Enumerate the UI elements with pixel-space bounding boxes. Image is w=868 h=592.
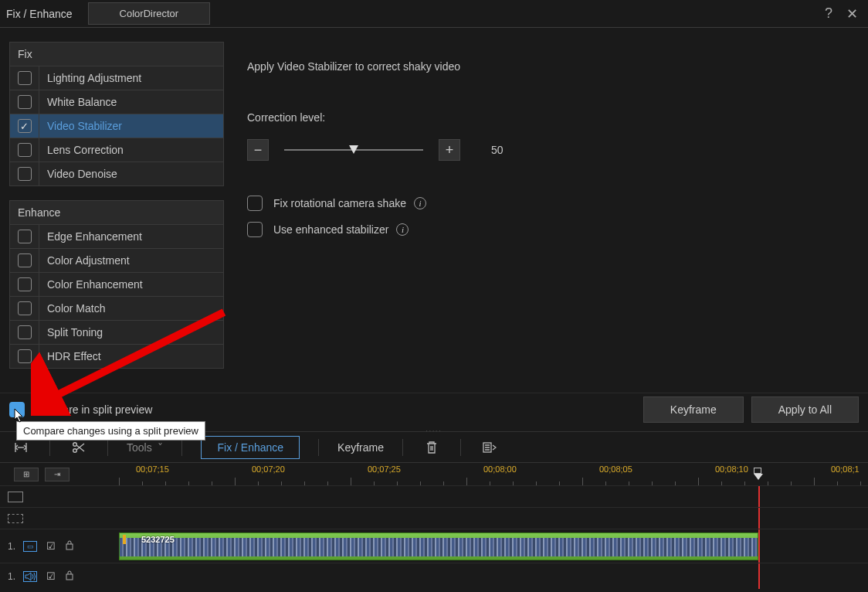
track-visible-checkbox[interactable]: ☑ [45,540,57,553]
playhead-line [758,508,760,529]
item-label: Video Denoise [39,168,117,180]
fix-header: Fix [10,43,223,66]
enhance-header: Enhance [10,201,223,224]
track-index: 1. [8,571,15,582]
playhead-line [758,529,760,563]
correction-slider[interactable] [284,149,423,151]
compare-split-label: Compare in split preview [34,403,152,416]
checkbox[interactable] [18,71,32,85]
clip-marker-icon [123,535,126,544]
checkbox[interactable] [18,325,32,339]
fix-rotational-checkbox[interactable] [247,196,263,211]
checkbox[interactable] [18,253,32,267]
track-audible-checkbox[interactable]: ☑ [45,570,57,583]
ruler-mode-button[interactable]: ⊞ [14,468,39,481]
playhead-line [758,563,760,589]
svg-point-1 [73,448,77,452]
video-clip[interactable]: 5232725 [119,532,758,560]
timeline-ruler[interactable]: 00;07;1500;07;2000;07;2500;08;0000;08;05… [119,463,868,485]
fix-rotational-label: Fix rotational camera shake [273,197,406,209]
item-label: Lighting Adjustment [39,72,141,84]
keyframe-tab[interactable]: Keyframe [337,441,384,454]
enhance-item-edge[interactable]: Edge Enhancement [10,224,223,248]
item-label: Color Match [39,302,105,315]
increase-button[interactable]: + [439,139,460,161]
fix-item-video-stabilizer[interactable]: Video Stabilizer [10,114,223,138]
playhead-line [758,486,760,507]
lock-icon[interactable] [65,570,74,583]
apply-to-all-button[interactable]: Apply to All [751,396,859,423]
decrease-button[interactable]: − [247,139,269,161]
ruler-tick-label: 00;08;10 [715,464,748,474]
svg-point-0 [73,442,77,446]
info-icon[interactable]: i [396,223,409,236]
fix-group: Fix Lighting Adjustment White Balance Vi… [9,42,224,186]
stabilizer-description: Apply Video Stabilizer to correct shaky … [247,60,859,73]
properties-icon[interactable] [480,437,500,458]
ruler-tick-label: 00;07;20 [252,464,285,474]
close-icon[interactable]: ✕ [842,4,862,24]
checkbox[interactable] [18,349,32,363]
fix-item-lighting[interactable]: Lighting Adjustment [10,66,223,90]
correction-level-label: Correction level: [247,111,859,124]
dialog-title: Fix / Enhance [6,8,88,20]
fix-enhance-tab[interactable]: Fix / Enhance [201,436,300,459]
fix-item-lens-correction[interactable]: Lens Correction [10,138,223,162]
item-label: Video Stabilizer [39,120,122,132]
enhance-group: Enhance Edge Enhancement Color Adjustmen… [9,200,224,369]
tools-dropdown[interactable]: Tools ˅ [127,441,163,454]
ruler-tick-label: 00;08;1 [831,464,860,474]
ruler-tick-label: 00;07;15 [136,464,169,474]
keyframe-button[interactable]: Keyframe [643,396,744,423]
marker-track-icon[interactable] [8,514,23,523]
playhead-marker[interactable] [754,468,761,474]
resize-grip[interactable]: ∙∙∙∙∙ [419,427,449,430]
fix-item-video-denoise[interactable]: Video Denoise [10,162,223,185]
item-label: Lens Correction [39,144,124,156]
cursor-icon [14,408,25,424]
checkbox[interactable] [18,143,32,157]
fix-item-white-balance[interactable]: White Balance [10,90,223,114]
snap-button[interactable]: ⇥ [45,468,70,481]
checkbox[interactable] [18,95,32,109]
svg-rect-4 [66,574,73,580]
playhead-marker-arrow[interactable] [754,474,763,480]
track-index: 1. [8,541,15,552]
enhance-item-hdr[interactable]: HDR Effect [10,344,223,368]
svg-rect-3 [66,544,73,549]
item-label: HDR Effect [39,350,101,362]
enhance-item-color-adj[interactable]: Color Adjustment [10,248,223,272]
enhance-item-color-enh[interactable]: Color Enhancement [10,272,223,296]
trash-icon[interactable] [422,437,442,458]
ruler-tick-label: 00;08;00 [483,464,517,474]
comment-track-icon[interactable] [8,492,23,502]
enhanced-stabilizer-label: Use enhanced stabilizer [273,223,388,236]
checkbox[interactable] [18,119,32,133]
checkbox[interactable] [18,301,32,315]
lock-icon[interactable] [65,539,74,553]
tab-colordirector[interactable]: ColorDirector [88,2,211,25]
info-icon[interactable]: i [414,197,426,209]
slider-handle[interactable] [349,145,358,154]
ruler-tick-label: 00;08;05 [599,464,632,474]
item-label: Color Adjustment [39,254,130,267]
ruler-tick-label: 00;07;25 [368,464,401,474]
item-label: Edge Enhancement [39,230,142,243]
item-label: Color Enhancement [39,278,143,291]
video-track-icon[interactable]: ▭ [23,541,37,552]
checkbox[interactable] [18,167,32,181]
enhanced-stabilizer-checkbox[interactable] [247,222,263,237]
enhance-item-color-match[interactable]: Color Match [10,296,223,320]
item-label: Split Toning [39,326,103,339]
checkbox[interactable] [18,230,32,243]
checkbox[interactable] [18,277,32,291]
audio-track-icon[interactable] [23,571,37,582]
item-label: White Balance [39,96,117,108]
correction-value: 50 [491,144,504,156]
clip-label: 5232725 [141,535,175,544]
tooltip: Compare changes using a split preview [16,421,205,441]
help-icon[interactable]: ? [819,4,839,24]
enhance-item-split-toning[interactable]: Split Toning [10,320,223,344]
